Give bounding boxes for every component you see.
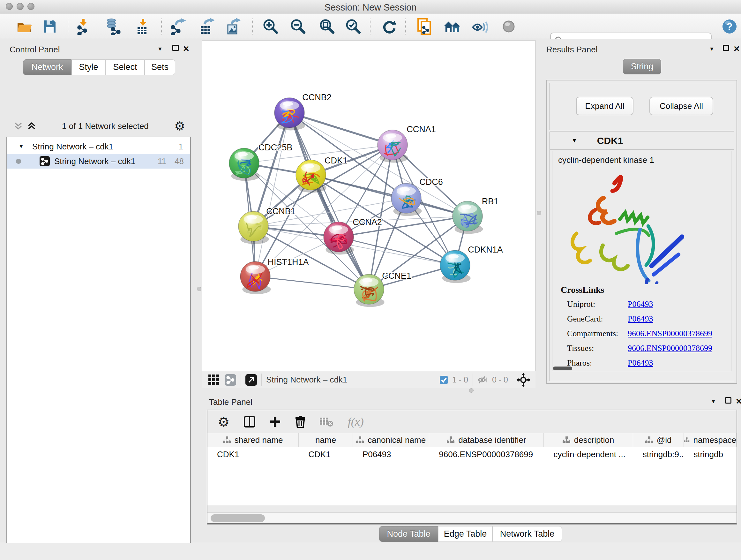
network-graph[interactable]: CCNB2CCNA1CDC25BCDK1CDC6RB1CCNB1CCNA2CDK… — [202, 41, 535, 371]
tab-network[interactable]: Network — [23, 59, 71, 75]
add-row-plus-icon[interactable] — [269, 416, 281, 428]
collapse-all-button[interactable]: Collapse All — [650, 97, 713, 115]
tab-edge-table[interactable]: Edge Table — [438, 526, 492, 542]
network-edge[interactable] — [311, 175, 468, 216]
horizontal-splitter-handle[interactable] — [469, 388, 474, 393]
control-panel-float-icon[interactable] — [172, 45, 179, 51]
grid-view-icon[interactable] — [208, 374, 219, 386]
column-header-shared-name[interactable]: shared name — [207, 433, 299, 447]
network-node-ccne1[interactable] — [354, 274, 385, 307]
crosslink-link[interactable]: P06493 — [628, 300, 653, 309]
network-node-ccna2[interactable] — [324, 222, 354, 254]
open-in-window-icon[interactable] — [246, 374, 257, 386]
network-node-ccnb1[interactable] — [239, 211, 269, 244]
import-network-file-button[interactable] — [75, 17, 92, 36]
network-node-cdc6[interactable] — [391, 183, 422, 216]
network-node-rb1[interactable] — [453, 201, 483, 234]
results-panel-close-icon[interactable]: × — [734, 45, 740, 52]
table-cell[interactable]: stringdb:9... — [633, 447, 684, 461]
tab-sets[interactable]: Sets — [145, 59, 175, 75]
results-splitter-handle[interactable] — [537, 211, 541, 215]
table-panel-close-icon[interactable]: × — [736, 397, 741, 405]
zoom-fit-button[interactable] — [318, 17, 336, 36]
selected-checkbox-icon[interactable] — [440, 375, 448, 384]
network-options-gear-icon[interactable]: ⚙ — [174, 120, 185, 132]
table-panel-float-icon[interactable] — [725, 397, 731, 403]
column-header-description[interactable]: description — [544, 433, 633, 447]
delete-trash-icon[interactable] — [295, 416, 306, 428]
network-node-hist1h1a[interactable] — [240, 261, 271, 294]
gene-description: cyclin-dependent kinase 1 — [558, 155, 731, 165]
tree-expander-icon[interactable]: ▼ — [18, 143, 24, 150]
zoom-selected-button[interactable] — [344, 17, 362, 36]
network-share-gray-icon[interactable] — [225, 374, 236, 386]
entry-hscrollbar-thumb[interactable] — [553, 367, 572, 370]
table-cell[interactable]: CDK1 — [207, 447, 299, 461]
network-edge[interactable] — [289, 113, 393, 145]
control-panel-close-icon[interactable]: × — [183, 45, 189, 52]
open-recent-session-button[interactable] — [415, 17, 433, 36]
gene-entry-header[interactable]: ▼ CDK1 — [550, 132, 734, 150]
control-panel-collapse-icon[interactable]: ▼ — [157, 46, 163, 52]
export-network-button[interactable] — [170, 17, 188, 36]
table-settings-gear-icon[interactable]: ⚙ — [218, 414, 230, 430]
table-cell[interactable]: 9606.ENSP00000378699 — [429, 447, 544, 461]
network-node-ccnb2[interactable] — [274, 98, 305, 130]
column-header-canonical-name[interactable]: canonical name — [353, 433, 429, 447]
function-builder-icon[interactable]: f(x) — [348, 415, 364, 428]
table-cell[interactable]: P06493 — [353, 447, 429, 461]
crosslink-link[interactable]: 9606.ENSP00000378699 — [628, 344, 712, 353]
tab-network-table[interactable]: Network Table — [492, 526, 562, 542]
network-node-cdkn1a[interactable] — [440, 250, 471, 283]
network-canvas[interactable]: CCNB2CCNA1CDC25BCDK1CDC6RB1CCNB1CCNA2CDK… — [202, 40, 536, 371]
results-panel-float-icon[interactable] — [723, 45, 729, 51]
zoom-out-button[interactable] — [289, 17, 307, 36]
inactive-view-button[interactable] — [500, 17, 518, 36]
tab-string[interactable]: String — [623, 59, 661, 74]
crosslink-link[interactable]: 9606.ENSP00000378699 — [628, 329, 712, 338]
table-panel-collapse-icon[interactable]: ▼ — [711, 398, 716, 405]
import-table-file-button[interactable] — [134, 17, 152, 36]
table-cell[interactable]: cyclin-dependent ... — [544, 447, 633, 461]
crosslink-link[interactable]: P06493 — [628, 358, 653, 368]
collapse-all-chevron-icon[interactable] — [13, 122, 23, 130]
column-header-namespace[interactable]: namespace — [684, 433, 737, 447]
export-table-button[interactable] — [199, 17, 216, 36]
network-row-selected[interactable]: String Network – cdk1 11 48 — [7, 154, 190, 169]
export-image-button[interactable] — [225, 17, 243, 36]
save-session-button[interactable] — [41, 17, 59, 36]
column-header--id[interactable]: @id — [633, 433, 684, 447]
column-header-name[interactable]: name — [299, 433, 353, 447]
table-row[interactable]: CDK1CDK1P064939606.ENSP00000378699cyclin… — [207, 447, 737, 461]
home-button[interactable] — [444, 17, 461, 36]
network-edge[interactable] — [255, 276, 369, 289]
help-button[interactable]: ? — [721, 17, 738, 36]
crosslink-link[interactable]: P06493 — [628, 314, 653, 324]
table-cell[interactable]: stringdb — [684, 447, 737, 461]
network-node-cdc25b[interactable] — [229, 148, 260, 181]
network-node-cdk1[interactable] — [296, 160, 327, 192]
tab-select[interactable]: Select — [106, 59, 145, 75]
delete-table-icon[interactable] — [320, 416, 334, 427]
import-network-database-button[interactable] — [105, 17, 123, 36]
table-hscrollbar-track[interactable] — [207, 512, 737, 523]
expand-all-chevron-icon[interactable] — [27, 122, 37, 130]
tab-style[interactable]: Style — [71, 59, 106, 75]
network-node-ccna1[interactable] — [378, 130, 408, 163]
table-hscrollbar-thumb[interactable] — [211, 514, 265, 522]
add-column-icon[interactable] — [244, 416, 255, 428]
vertical-splitter-handle[interactable] — [197, 287, 201, 291]
hidden-eye-icon[interactable] — [477, 375, 488, 385]
expand-all-button[interactable]: Expand All — [576, 97, 633, 115]
entry-expander-icon[interactable]: ▼ — [571, 137, 577, 144]
results-panel-collapse-icon[interactable]: ▼ — [709, 46, 715, 52]
toggle-graphics-details-button[interactable] — [471, 17, 489, 36]
refresh-button[interactable] — [381, 17, 398, 36]
column-header-database-identifier[interactable]: database identifier — [429, 433, 544, 447]
birds-eye-crosshair-icon[interactable] — [516, 373, 530, 387]
table-cell[interactable]: CDK1 — [299, 447, 353, 461]
tab-node-table[interactable]: Node Table — [379, 526, 438, 542]
zoom-in-button[interactable] — [262, 17, 280, 36]
open-session-button[interactable] — [16, 17, 33, 36]
network-collection-row[interactable]: ▼ String Network – cdk1 1 — [7, 139, 190, 154]
